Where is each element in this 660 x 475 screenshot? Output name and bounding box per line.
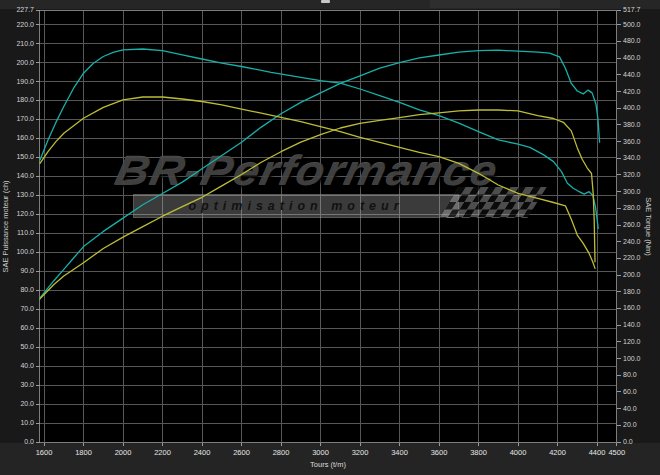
x-tick-label: 2000	[106, 448, 140, 457]
x-tick-label: 4200	[541, 448, 575, 457]
curve-cyan-torque	[40, 49, 598, 228]
right-axis-title: SAE Torque (Nm)	[644, 11, 653, 443]
x-tick-label: 3800	[462, 448, 496, 457]
curve-cyan-power	[40, 50, 600, 298]
x-tick-label: 3200	[343, 448, 377, 457]
x-tick-label: 4500	[600, 448, 634, 457]
x-tick-label: 1800	[67, 448, 101, 457]
x-tick-label: 3000	[304, 448, 338, 457]
x-axis-title: Tours (t/m)	[228, 460, 428, 469]
curves-layer	[0, 0, 660, 475]
x-tick-label: 1600	[27, 448, 61, 457]
x-tick-label: 2800	[264, 448, 298, 457]
curve-yellow-power	[40, 110, 595, 299]
x-tick-label: 2200	[146, 448, 180, 457]
curve-yellow-torque	[40, 97, 595, 268]
x-tick-label: 2600	[225, 448, 259, 457]
left-axis-title: SAE Puissance moteur (ch)	[1, 11, 10, 443]
dyno-chart-screen: { "axes": { "left": { "title": "SAE Puis…	[0, 0, 660, 475]
x-tick-label: 2400	[185, 448, 219, 457]
x-tick-label: 3600	[422, 448, 456, 457]
x-tick-label: 3400	[383, 448, 417, 457]
x-tick-label: 4000	[501, 448, 535, 457]
